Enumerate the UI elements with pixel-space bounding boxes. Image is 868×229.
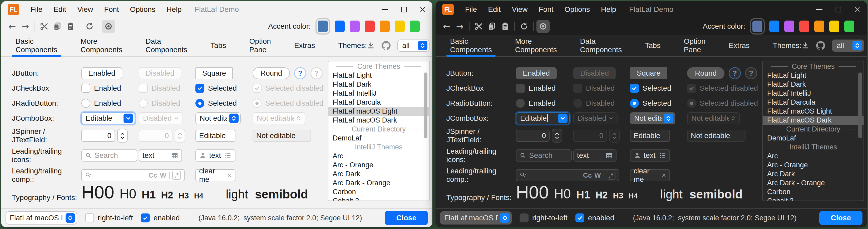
combobox-not-editable[interactable]: Not editable (195, 112, 241, 124)
square-button[interactable]: Square (195, 67, 233, 79)
menu-item[interactable]: Edit (483, 5, 506, 14)
cut-button[interactable] (38, 20, 51, 33)
theme-list-item[interactable]: IntelliJ Themes (329, 143, 429, 151)
tab[interactable]: Data Components (577, 35, 626, 56)
date-input[interactable]: text (573, 149, 617, 162)
theme-list-item[interactable]: Arc (329, 151, 429, 161)
accent-color-swatch[interactable] (829, 21, 839, 32)
tab[interactable]: Extras (725, 35, 753, 56)
scrollbar-thumb[interactable] (424, 73, 427, 138)
menu-item[interactable]: Options (125, 5, 161, 14)
search-dropdown-icon[interactable] (520, 172, 526, 179)
theme-list-item[interactable]: Current Directory (763, 125, 864, 134)
enabled-button[interactable]: Enabled (516, 67, 557, 79)
editable-textfield[interactable]: Editable (630, 130, 670, 142)
tab[interactable]: Option Pane (245, 35, 275, 56)
minimize-button[interactable] (375, 1, 394, 18)
combobox-editable[interactable]: Editable (516, 112, 569, 124)
themes-filter-combobox[interactable]: all (832, 39, 864, 52)
checkbox-selected[interactable]: Selected (630, 84, 671, 93)
search-with-options-input[interactable]: Cc W .* (82, 169, 185, 181)
copy-button[interactable] (485, 20, 498, 33)
close-button[interactable]: Close (819, 211, 863, 225)
paste-button[interactable] (64, 20, 77, 33)
enabled-checkbox[interactable]: enabled (141, 213, 180, 222)
forward-button[interactable]: → (453, 20, 466, 33)
theme-list-item[interactable]: Arc Dark (763, 169, 864, 178)
list-icon[interactable] (224, 152, 232, 159)
menu-item[interactable]: View (506, 5, 533, 14)
match-case-button[interactable]: Cc (149, 171, 157, 179)
back-button[interactable]: ← (5, 20, 19, 33)
show-hover-effects-toggle[interactable] (536, 20, 550, 33)
theme-list-item[interactable]: FlatLaf macOS Light (329, 107, 429, 116)
spinner-value[interactable]: 0 (82, 130, 115, 142)
menu-item[interactable]: File (25, 5, 48, 14)
menu-item[interactable]: File (460, 5, 483, 14)
accent-color-swatch[interactable] (395, 21, 405, 32)
right-to-left-checkbox[interactable]: right-to-left (520, 213, 567, 222)
clear-button[interactable] (661, 173, 666, 178)
spinner[interactable]: 0 (516, 129, 562, 143)
theme-list-item[interactable]: FlatLaf Darcula (763, 98, 864, 107)
accent-color-swatch[interactable] (799, 21, 809, 32)
accent-color-swatch[interactable] (318, 21, 328, 32)
menu-item[interactable]: Edit (48, 5, 72, 14)
theme-list-item[interactable]: FlatLaf Light (329, 71, 429, 80)
clear-button[interactable] (227, 173, 232, 178)
accent-color-swatch[interactable] (350, 21, 360, 32)
cut-button[interactable] (472, 20, 485, 33)
spinner[interactable]: 0 (82, 129, 128, 143)
combobox-not-editable[interactable]: Not editable (630, 112, 675, 124)
theme-list-item[interactable]: FlatLaf Dark (763, 80, 864, 89)
maximize-button[interactable] (829, 1, 848, 18)
refresh-button[interactable] (83, 20, 96, 33)
theme-list-item[interactable]: FlatLaf IntelliJ (763, 89, 864, 98)
enabled-checkbox[interactable]: enabled (576, 213, 614, 222)
theme-list-item[interactable]: FlatLaf Light (763, 71, 864, 80)
spinner-value[interactable]: 0 (516, 130, 550, 142)
theme-list-item[interactable]: Arc - Orange (329, 161, 429, 169)
user-input[interactable]: text (195, 149, 236, 162)
paste-button[interactable] (498, 20, 512, 33)
close-window-button[interactable] (413, 1, 432, 18)
spinner-stepper[interactable] (552, 129, 562, 143)
theme-list-item[interactable]: Arc Dark - Orange (763, 178, 864, 188)
tab[interactable]: Basic Components (446, 35, 496, 56)
show-hover-effects-toggle[interactable] (102, 20, 115, 33)
menu-item[interactable]: View (72, 5, 98, 14)
menu-item[interactable]: Options (559, 5, 596, 14)
help-button[interactable]: ? (294, 67, 306, 79)
accent-color-swatch[interactable] (365, 21, 375, 32)
theme-list-item[interactable]: Carbon (329, 188, 429, 196)
back-button[interactable]: ← (440, 20, 453, 33)
lookandfeel-combobox[interactable]: FlatLaf macOS D... (440, 211, 512, 225)
download-button[interactable] (367, 41, 375, 50)
tab[interactable]: Tabs (641, 35, 664, 56)
lookandfeel-combobox[interactable]: FlatLaf macOS Li... (5, 211, 77, 225)
round-button[interactable]: Round (687, 67, 724, 79)
theme-list-item[interactable]: DemoLaf (329, 134, 429, 143)
whole-word-button[interactable]: W (594, 171, 601, 179)
theme-list-item[interactable]: Carbon (763, 188, 864, 196)
close-button[interactable]: Close (385, 211, 428, 225)
github-button[interactable] (816, 41, 825, 50)
theme-list-item[interactable]: Arc (763, 151, 864, 161)
theme-list-item[interactable]: FlatLaf Darcula (329, 98, 429, 107)
tab[interactable]: More Components (77, 35, 126, 56)
search-input[interactable]: Search (516, 149, 572, 162)
tab[interactable]: Basic Components (12, 35, 61, 56)
tab[interactable]: Option Pane (680, 35, 709, 56)
accent-color-swatch[interactable] (380, 21, 390, 32)
search-with-options-input[interactable]: Cc W .* (516, 169, 619, 181)
match-case-button[interactable]: Cc (583, 171, 592, 179)
whole-word-button[interactable]: W (160, 171, 166, 179)
help-button[interactable]: ? (729, 67, 741, 79)
regex-button[interactable]: .* (172, 171, 181, 180)
github-button[interactable] (381, 41, 391, 50)
forward-button[interactable]: → (19, 20, 32, 33)
date-input[interactable]: text (139, 149, 182, 162)
theme-list-item[interactable]: IntelliJ Themes (763, 143, 864, 151)
editable-textfield[interactable]: Editable (195, 130, 236, 142)
menu-item[interactable]: Help (161, 5, 187, 14)
